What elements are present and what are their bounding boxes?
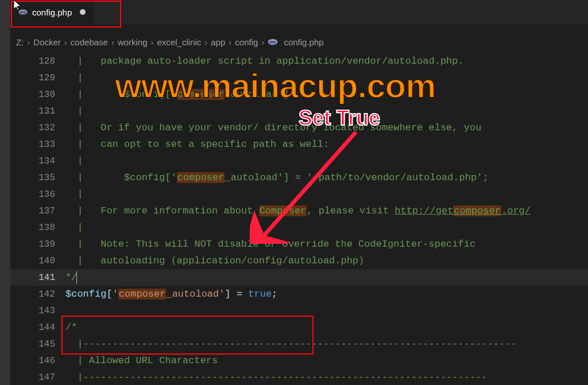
breadcrumb-item[interactable]: config.php [284,37,323,47]
line-number: 134 [10,156,65,166]
php-icon: php [268,38,278,45]
line-number: 132 [10,123,65,133]
code-line[interactable]: 131 | [10,103,588,119]
line-number: 129 [10,73,65,83]
line-number: 145 [10,339,65,349]
code-line[interactable]: 134 | [10,153,588,169]
line-number: 133 [10,139,65,150]
tab-config-php[interactable]: php config.php [10,0,94,24]
code-line[interactable]: 135 | $config['composer_autoload'] = '/p… [10,169,588,186]
editor-window: php config.php Z: › Docker › codebase › … [0,0,588,385]
breadcrumb-item[interactable]: config [235,37,258,47]
code-line[interactable]: 132 | Or if you have your vendor/ direct… [10,119,588,136]
svg-text:php: php [270,40,276,44]
breadcrumb-item[interactable]: codebase [71,37,108,47]
code-editor[interactable]: 128 | package auto-loader script in appl… [10,53,588,385]
dirty-indicator-icon[interactable] [80,9,86,15]
php-icon: php [18,7,28,17]
code-line[interactable]: 140 | autoloading (application/config/au… [10,252,588,269]
chevron-right-icon: › [111,37,114,47]
chevron-right-icon: › [151,37,154,47]
chevron-right-icon: › [64,37,67,47]
chevron-right-icon: › [27,37,30,47]
code-line[interactable]: 142 $config['composer_autoload'] = true; [10,286,588,302]
code-line[interactable]: 129 | [10,69,588,86]
line-number: 140 [10,256,65,266]
code-line[interactable]: 130 | $config['composer_autoload'] [10,86,588,103]
line-number: 143 [10,306,65,316]
line-number: 136 [10,189,65,200]
line-number: 131 [10,106,65,116]
code-line[interactable]: 136 | [10,186,588,203]
code-line[interactable]: 145 |-----------------------------------… [10,336,588,352]
code-line[interactable]: 144 /* [10,319,588,336]
breadcrumb-item[interactable]: Z: [16,37,24,47]
code-line[interactable]: 146 | Allowed URL Characters [10,352,588,369]
code-line-current[interactable]: 141 */ [10,269,588,286]
breadcrumb-item[interactable]: app [211,37,225,47]
breadcrumb-item[interactable]: working [118,37,148,47]
breadcrumb-item[interactable]: excel_clinic [157,37,202,47]
line-number: 128 [10,56,65,67]
line-number: 142 [10,289,65,300]
line-number: 144 [10,322,65,333]
line-number: 137 [10,206,65,216]
text-caret [76,271,77,284]
chevron-right-icon: › [204,37,207,47]
code-line[interactable]: 138 | [10,219,588,236]
code-line[interactable]: 137 | For more information about Compose… [10,203,588,219]
line-number: 146 [10,356,65,366]
code-line[interactable]: 143 [10,302,588,319]
line-number: 135 [10,173,65,183]
line-number: 138 [10,223,65,233]
tab-filename: config.php [32,7,72,17]
line-number: 141 [10,273,65,283]
code-line[interactable]: 147 |-----------------------------------… [10,369,588,385]
chevron-right-icon: › [261,37,264,47]
activity-bar[interactable] [0,0,10,385]
code-line[interactable]: 133 | can opt to set a specific path as … [10,136,588,153]
tab-bar: php config.php [10,0,588,24]
breadcrumbs[interactable]: Z: › Docker › codebase › working › excel… [10,33,588,50]
code-line[interactable]: 139 | Note: This will NOT disable or ove… [10,236,588,252]
line-number: 139 [10,239,65,250]
breadcrumb-item[interactable]: Docker [33,37,61,47]
line-number: 147 [10,372,65,383]
chevron-right-icon: › [229,37,231,47]
line-number: 130 [10,90,65,100]
svg-text:php: php [20,10,26,14]
code-line[interactable]: 128 | package auto-loader script in appl… [10,53,588,69]
